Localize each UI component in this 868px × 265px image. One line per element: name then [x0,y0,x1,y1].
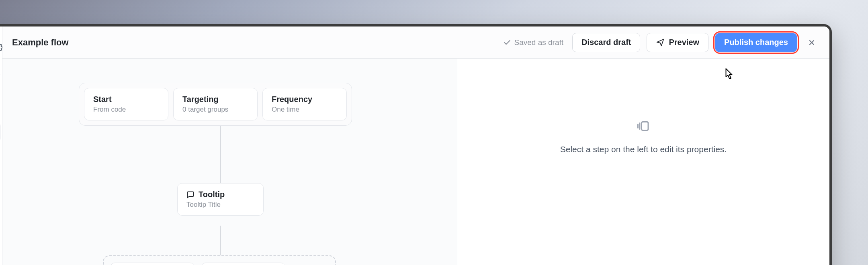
targeting-node-subtitle: 0 target groups [182,106,248,114]
check-icon [503,39,511,47]
frequency-node[interactable]: Frequency One time [262,88,347,120]
save-status: Saved as draft [503,38,564,47]
app-window: Example flow Saved as draft Discard draf… [0,24,832,265]
targeting-node-title: Targeting [182,95,248,104]
properties-panel: Select a step on the left to edit its pr… [457,59,829,265]
branch-node[interactable]: Toolti [201,263,285,265]
branch-group: Toolti Toolti [103,255,336,265]
close-icon [808,39,816,47]
save-status-text: Saved as draft [514,38,564,47]
frequency-node-subtitle: One time [272,106,338,114]
branch-node[interactable]: Toolti [110,263,194,265]
start-node-subtitle: From code [93,106,159,114]
preview-label: Preview [669,38,699,47]
panel-empty-text: Select a step on the left to edit its pr… [457,145,829,154]
connector-line [220,226,221,255]
discard-draft-label: Discard draft [581,38,631,47]
preview-button[interactable]: Preview [647,33,708,52]
start-node-title: Start [93,95,159,104]
start-node[interactable]: Start From code [84,88,168,120]
tooltip-step-node[interactable]: Tooltip Tooltip Title [177,183,264,216]
connector-line [220,126,221,183]
step-title: Tooltip Title [186,201,254,209]
editor-body: Start From code Targeting 0 target group… [2,59,829,265]
panels-icon [457,119,829,133]
rail-indicator [0,123,1,141]
header-bar: Example flow Saved as draft Discard draf… [2,26,829,59]
play-icon [656,38,665,47]
trigger-group: Start From code Targeting 0 target group… [79,83,352,126]
publish-changes-button[interactable]: Publish changes [715,33,797,52]
svg-rect-3 [641,122,648,130]
publish-label: Publish changes [724,38,788,47]
targeting-node[interactable]: Targeting 0 target groups [173,88,258,120]
tooltip-icon [186,191,194,199]
flow-canvas[interactable]: Start From code Targeting 0 target group… [2,59,457,265]
discard-draft-button[interactable]: Discard draft [572,33,640,52]
close-button[interactable] [804,35,820,51]
frequency-node-title: Frequency [272,95,338,104]
step-kind: Tooltip [199,190,225,199]
page-title: Example flow [12,37,69,48]
